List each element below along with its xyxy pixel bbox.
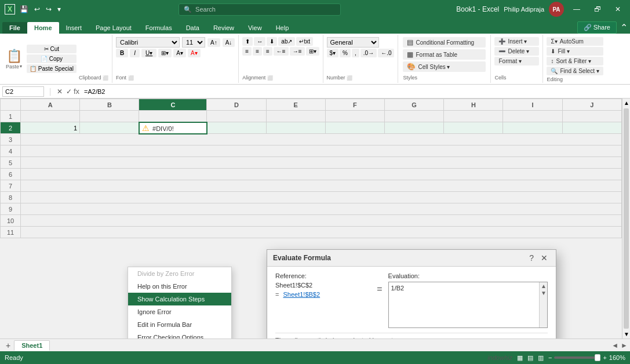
menu-item-help-error[interactable]: Help on this Error [128,280,231,293]
tab-review[interactable]: Review [206,22,241,34]
scroll-down-arrow[interactable]: ▼ [540,289,548,297]
view-page-btn[interactable]: ▤ [527,354,533,362]
view-page-break-btn[interactable]: ▥ [538,354,544,362]
font-size-select[interactable]: 11 [182,37,205,48]
indent-decrease-btn[interactable]: ←≡ [274,47,289,56]
cell-b2[interactable] [80,122,139,134]
menu-item-error-checking-options[interactable]: Error Checking Options... [128,331,231,338]
cut-btn[interactable]: ✂ Cut [27,45,77,53]
cell-f1[interactable] [325,111,384,122]
row-header-2[interactable]: 2 [1,122,21,134]
confirm-formula-btn[interactable]: ✓ [64,88,74,96]
row-header[interactable]: 10 [1,215,21,227]
cancel-formula-btn[interactable]: ✕ [55,88,64,96]
decrease-font-btn[interactable]: A↓ [223,38,235,47]
conditional-formatting-btn[interactable]: ▤ Conditional Formatting [403,37,486,48]
row-header[interactable]: 5 [1,157,21,169]
scroll-sheets-right-btn[interactable]: ► [621,341,628,350]
sheet-tab-sheet1[interactable]: Sheet1 [14,340,50,351]
sum-btn[interactable]: Σ▾ AutoSum [547,37,603,46]
cell-c2[interactable]: ⚠ #DIV/0! [139,122,207,134]
col-header-i[interactable]: I [503,99,562,111]
menu-item-show-calc-steps[interactable]: Show Calculation Steps [128,293,231,305]
col-header-b[interactable]: B [80,99,139,111]
decrease-decimal-btn[interactable]: .0→ [360,49,377,57]
percent-btn[interactable]: % [340,49,351,57]
save-quick-btn[interactable]: 💾 [17,4,31,14]
col-header-a[interactable]: A [21,99,80,111]
cell[interactable] [21,203,622,215]
redo-btn[interactable]: ↪ [43,4,54,14]
dialog-close-btn[interactable]: ✕ [538,253,550,263]
font-family-select[interactable]: Calibri [116,37,180,48]
col-header-g[interactable]: G [385,99,444,111]
fill-btn[interactable]: ⬇ Fill ▾ [547,47,603,56]
cell[interactable] [21,169,622,180]
border-btn[interactable]: ⊞▾ [158,49,172,57]
zoom-decrease-btn[interactable]: − [548,354,552,361]
zoom-increase-btn[interactable]: + [603,354,606,361]
paste-special-btn[interactable]: 📋 Paste Special [27,64,77,73]
col-header-e[interactable]: E [266,99,325,111]
cell-g1[interactable] [385,111,444,122]
increase-font-btn[interactable]: A↑ [207,38,220,47]
tab-file[interactable]: File [2,22,27,34]
row-header[interactable]: 8 [1,192,21,203]
increase-decimal-btn[interactable]: ←.0 [378,49,394,57]
row-header[interactable]: 9 [1,203,21,215]
align-center-btn[interactable]: ≡ [253,47,262,56]
scroll-sheets-left-btn[interactable]: ◄ [611,341,618,350]
tab-page-layout[interactable]: Page Layout [89,22,139,34]
share-btn[interactable]: 🔗 Share [577,21,617,34]
cell[interactable] [21,134,622,145]
dialog-help-btn[interactable]: ? [527,253,536,263]
cell-j1[interactable] [562,111,621,122]
cell-styles-btn[interactable]: 🎨 Cell Styles ▾ [403,61,486,72]
col-header-j[interactable]: J [562,99,621,111]
wrap-text-btn[interactable]: ↵txt [296,37,313,46]
indent-increase-btn[interactable]: →≡ [290,47,305,56]
minimize-btn[interactable]: — [569,3,585,16]
row-header[interactable]: 11 [1,227,21,238]
cell-h1[interactable] [444,111,503,122]
scroll-down-btn[interactable]: ▼ [622,330,630,338]
scroll-thumb[interactable] [624,108,629,329]
cell-a2[interactable]: 1 [21,122,80,134]
cell[interactable] [21,215,622,227]
tab-view[interactable]: View [241,22,269,34]
currency-btn[interactable]: $▾ [327,49,339,57]
row-header[interactable]: 1 [1,111,21,122]
fill-color-btn[interactable]: A▾ [173,49,186,57]
close-btn[interactable]: ✕ [610,3,625,16]
cell-h2[interactable] [444,122,503,134]
cell[interactable] [21,192,622,203]
cell[interactable] [21,227,622,238]
row-header[interactable]: 6 [1,169,21,180]
formula-input[interactable] [82,88,628,95]
zoom-slider[interactable] [554,356,600,359]
cell[interactable] [21,145,622,157]
search-input[interactable] [195,6,336,13]
find-select-btn[interactable]: 🔍 Find & Select ▾ [547,67,603,75]
align-middle-btn[interactable]: ↔ [254,37,265,46]
font-color-btn[interactable]: A▾ [188,49,201,57]
quick-dropdown-btn[interactable]: ▾ [55,4,63,14]
align-bottom-btn[interactable]: ⬇ [267,37,277,46]
cell-c1[interactable] [139,111,207,122]
insert-cells-btn[interactable]: ➕Insert ▾ [494,37,539,46]
cell-reference-box[interactable] [2,86,44,97]
tab-data[interactable]: Data [179,22,206,34]
cell-b1[interactable] [80,111,139,122]
cell[interactable] [21,180,622,192]
underline-btn[interactable]: U▾ [141,49,156,57]
align-left-btn[interactable]: ≡ [242,47,252,56]
sort-filter-btn[interactable]: ↕ Sort & Filter ▾ [547,57,603,65]
cell-j2[interactable] [562,122,621,134]
orientation-btn[interactable]: ab↗ [278,37,295,46]
ref-link[interactable]: Sheet1!$B$2 [283,291,321,298]
bold-btn[interactable]: B [116,49,128,57]
cell-a1[interactable] [21,111,80,122]
format-cells-btn[interactable]: Format ▾ [494,57,539,65]
function-icon[interactable]: fx [74,87,79,96]
cell-d2[interactable] [207,122,266,134]
